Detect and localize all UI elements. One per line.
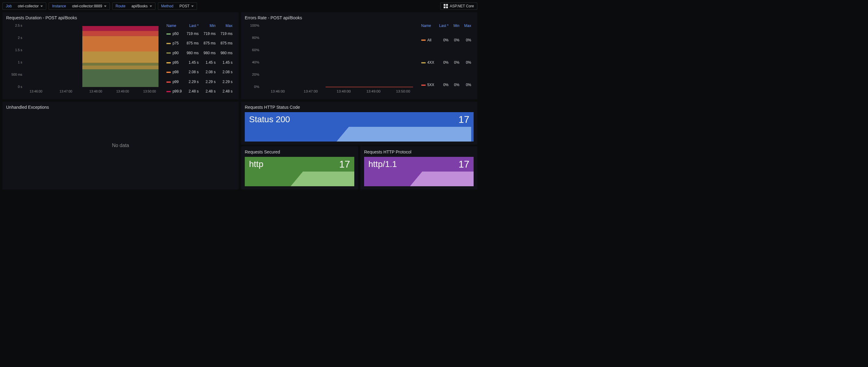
duration-bands bbox=[82, 26, 158, 87]
filter-instance-label: Instance bbox=[49, 3, 69, 9]
legend-row[interactable]: p90980 ms980 ms980 ms bbox=[164, 48, 235, 58]
filter-route-label: Route bbox=[113, 3, 128, 9]
panel-http-protocol: Requests HTTP Protocol http/1.1 17 bbox=[361, 146, 477, 189]
chevron-down-icon bbox=[40, 5, 43, 7]
svg-text:13:47:00: 13:47:00 bbox=[304, 89, 318, 93]
legend-header-max[interactable]: Max bbox=[218, 23, 235, 29]
legend-header-min[interactable]: Min bbox=[201, 23, 218, 29]
chevron-down-icon bbox=[191, 5, 194, 7]
svg-text:13:49:00: 13:49:00 bbox=[366, 89, 380, 93]
legend-row[interactable]: 4XX0%0%0% bbox=[419, 51, 474, 74]
svg-text:80%: 80% bbox=[252, 36, 259, 39]
svg-text:60%: 60% bbox=[252, 48, 259, 52]
svg-marker-32 bbox=[389, 172, 474, 186]
legend-swatch bbox=[166, 72, 171, 73]
panel-title: Requests Secured bbox=[245, 149, 354, 154]
legend-swatch bbox=[166, 82, 171, 83]
svg-rect-6 bbox=[82, 69, 158, 87]
legend-swatch bbox=[166, 43, 171, 44]
filter-method-value[interactable]: POST bbox=[177, 3, 197, 9]
stat-protocol[interactable]: http/1.1 17 bbox=[364, 157, 474, 186]
legend-header-name[interactable]: Name bbox=[164, 23, 184, 29]
legend-row[interactable]: p982.08 s2.08 s2.08 s bbox=[164, 67, 235, 77]
chevron-down-icon bbox=[104, 5, 106, 7]
legend-swatch bbox=[421, 39, 426, 41]
svg-rect-0 bbox=[82, 26, 158, 31]
stat-status-code[interactable]: Status 200 17 bbox=[245, 112, 474, 142]
legend-row[interactable]: p50719 ms719 ms719 ms bbox=[164, 29, 235, 38]
filter-job-label: Job bbox=[3, 3, 15, 9]
dashboard-link-label: ASP.NET Core bbox=[450, 4, 474, 8]
svg-text:40%: 40% bbox=[252, 60, 259, 64]
svg-text:13:47:00: 13:47:00 bbox=[59, 89, 72, 93]
svg-text:2.5 s: 2.5 s bbox=[15, 24, 22, 27]
filter-bar: Job otel-collector Instance otel-collect… bbox=[2, 2, 477, 10]
filter-job: Job otel-collector bbox=[2, 2, 46, 10]
svg-rect-4 bbox=[82, 63, 158, 65]
panel-title: Requests HTTP Status Code bbox=[245, 105, 474, 110]
legend-header-max[interactable]: Max bbox=[462, 23, 474, 29]
legend-row[interactable]: p75875 ms875 ms875 ms bbox=[164, 38, 235, 48]
filter-method: Method POST bbox=[158, 2, 197, 10]
dashboard-link-aspnet[interactable]: ASP.NET Core bbox=[440, 2, 477, 10]
panel-title: Requests HTTP Protocol bbox=[364, 149, 474, 154]
chevron-down-icon bbox=[150, 5, 152, 7]
errors-legend: Name Last * Min Max All0%0%0%4XX0%0%0%5X… bbox=[419, 23, 474, 96]
legend-header-name[interactable]: Name bbox=[419, 23, 437, 29]
stat-label: http/1.1 bbox=[368, 159, 469, 169]
filter-job-value[interactable]: otel-collector bbox=[15, 3, 46, 9]
legend-swatch bbox=[421, 62, 426, 63]
legend-swatch bbox=[166, 52, 171, 54]
duration-chart[interactable]: 0 s 500 ms 1 s 1.5 s 2 s 2.5 s 13:46:00 … bbox=[6, 23, 161, 96]
svg-text:13:50:00: 13:50:00 bbox=[396, 89, 410, 93]
filter-method-text: POST bbox=[180, 4, 190, 8]
svg-rect-3 bbox=[82, 52, 158, 63]
svg-text:13:46:00: 13:46:00 bbox=[271, 89, 285, 93]
legend-swatch bbox=[166, 33, 171, 35]
legend-swatch bbox=[166, 91, 171, 92]
right-bottom-column: Requests HTTP Status Code Status 200 17 … bbox=[241, 102, 477, 189]
svg-text:13:50:00: 13:50:00 bbox=[143, 89, 156, 93]
stat-secured[interactable]: http 17 bbox=[245, 157, 354, 186]
panel-requests-duration: Requests Duration - POST api/Books bbox=[2, 12, 239, 99]
filter-job-text: otel-collector bbox=[18, 4, 38, 8]
legend-row[interactable]: p951.45 s1.45 s1.45 s bbox=[164, 58, 235, 67]
svg-rect-5 bbox=[82, 65, 158, 69]
stat-label: Status 200 bbox=[249, 115, 469, 124]
svg-text:13:48:00: 13:48:00 bbox=[89, 89, 102, 93]
legend-header-min[interactable]: Min bbox=[451, 23, 462, 29]
svg-text:13:48:00: 13:48:00 bbox=[337, 89, 351, 93]
svg-text:13:46:00: 13:46:00 bbox=[30, 89, 42, 93]
filter-route: Route api/Books bbox=[112, 2, 155, 10]
stat-value: 17 bbox=[458, 114, 469, 125]
filter-route-value[interactable]: api/Books bbox=[128, 3, 155, 9]
svg-text:0 s: 0 s bbox=[18, 85, 22, 88]
filter-instance-value[interactable]: otel-collector:8889 bbox=[69, 3, 110, 9]
filter-instance: Instance otel-collector:8889 bbox=[49, 2, 110, 10]
filter-method-label: Method bbox=[158, 3, 177, 9]
no-data-message: No data bbox=[6, 112, 235, 179]
stat-sparkline bbox=[364, 172, 474, 186]
svg-text:0%: 0% bbox=[254, 85, 259, 88]
panel-http-status-code: Requests HTTP Status Code Status 200 17 bbox=[241, 102, 477, 145]
legend-header-last[interactable]: Last * bbox=[437, 23, 451, 29]
legend-row[interactable]: p992.29 s2.29 s2.29 s bbox=[164, 77, 235, 86]
dashboard-icon bbox=[444, 4, 448, 8]
panel-errors-rate: Errors Rate - POST api/Books 0% 20% 40% … bbox=[241, 12, 477, 99]
legend-swatch bbox=[166, 62, 171, 63]
svg-text:500 ms: 500 ms bbox=[12, 73, 23, 76]
legend-swatch bbox=[421, 85, 426, 86]
filter-route-text: api/Books bbox=[131, 4, 148, 8]
legend-row[interactable]: All0%0%0% bbox=[419, 29, 474, 51]
svg-text:2 s: 2 s bbox=[18, 36, 22, 39]
filter-instance-text: otel-collector:8889 bbox=[72, 4, 102, 8]
svg-rect-1 bbox=[82, 31, 158, 36]
legend-row[interactable]: 5XX0%0%0% bbox=[419, 74, 474, 96]
svg-text:1.5 s: 1.5 s bbox=[15, 48, 22, 52]
errors-chart[interactable]: 0% 20% 40% 60% 80% 100% 13:46:00 13:47:0… bbox=[245, 23, 416, 96]
svg-marker-30 bbox=[294, 127, 471, 142]
legend-header-last[interactable]: Last * bbox=[184, 23, 201, 29]
panel-unhandled-exceptions: Unhandled Exceptions No data bbox=[2, 102, 239, 189]
legend-row[interactable]: p99.92.48 s2.48 s2.48 s bbox=[164, 87, 235, 96]
panel-title: Requests Duration - POST api/Books bbox=[6, 15, 235, 20]
